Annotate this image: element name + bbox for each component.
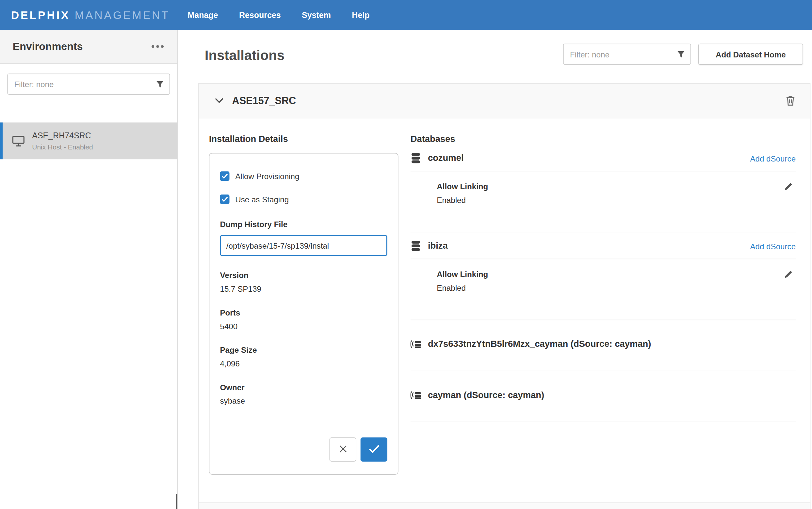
allow-linking-label: Allow Linking	[437, 182, 796, 191]
confirm-button[interactable]	[361, 438, 387, 462]
add-dsource-link[interactable]: Add dSource	[750, 241, 796, 250]
use-as-staging-checkbox[interactable]	[220, 195, 229, 204]
database-icon	[411, 152, 421, 164]
installation-name: ASE157_SRC	[232, 95, 786, 106]
installation-card-header: ASE157_SRC	[199, 83, 810, 118]
allow-provisioning-row[interactable]: Allow Provisioning	[220, 171, 387, 181]
page-title: Installations	[205, 47, 284, 64]
database-properties: Allow Linking Enabled	[411, 259, 796, 320]
version-label: Version	[220, 271, 387, 280]
ports-value: 5400	[220, 322, 387, 331]
database-row: ibiza Add dSource	[411, 232, 796, 259]
form-action-buttons	[220, 438, 387, 462]
brand-primary: DELPHIX	[11, 9, 70, 22]
database-properties: Allow Linking Enabled	[411, 171, 796, 232]
sidebar-scrollbar[interactable]	[176, 494, 177, 509]
edit-pencil-icon[interactable]	[784, 270, 793, 279]
allow-linking-label: Allow Linking	[437, 270, 796, 279]
brand-secondary: MANAGEMENT	[75, 9, 170, 22]
environment-filter-input[interactable]	[7, 74, 170, 95]
page-size-value: 4,096	[220, 359, 387, 368]
top-navbar: DELPHIX MANAGEMENT Manage Resources Syst…	[0, 0, 812, 30]
nav-menu: Manage Resources System Help	[187, 10, 369, 20]
chevron-down-icon[interactable]	[215, 98, 223, 104]
vdb-icon	[411, 340, 422, 348]
database-group: cozumel Add dSource Allow Linking Enable…	[411, 144, 796, 232]
environment-filter	[7, 74, 170, 95]
add-dsource-link[interactable]: Add dSource	[750, 154, 796, 163]
environment-item[interactable]: ASE_RH74SRC Unix Host - Enabled	[0, 122, 177, 159]
vdb-row: dx7s633tnzYtnB5lr6Mzx_cayman (dSource: c…	[411, 320, 796, 371]
page-size-label: Page Size	[220, 345, 387, 354]
owner-label: Owner	[220, 383, 387, 392]
vdb-row: cayman (dSource: cayman)	[411, 371, 796, 422]
environments-header: Environments	[0, 30, 177, 64]
installation-details-form: Allow Provisioning Use as Staging Dump H…	[209, 153, 399, 475]
environment-item-text: ASE_RH74SRC Unix Host - Enabled	[32, 131, 93, 151]
ellipsis-menu-icon[interactable]	[151, 42, 165, 51]
installation-details-column: Installation Details Allow Provisioning	[209, 118, 399, 475]
dump-history-file-label: Dump History File	[220, 219, 387, 228]
cancel-button[interactable]	[330, 438, 356, 462]
main-content: Installations Add Dataset Home ASE157_SR…	[178, 30, 812, 509]
add-dataset-home-button[interactable]: Add Dataset Home	[698, 44, 803, 65]
allow-linking-value: Enabled	[437, 283, 796, 292]
nav-item-manage[interactable]: Manage	[187, 10, 218, 20]
ports-label: Ports	[220, 308, 387, 317]
check-icon	[368, 444, 379, 454]
use-as-staging-row[interactable]: Use as Staging	[220, 195, 387, 204]
databases-column: Databases cozumel Add dSource Allow Link…	[411, 118, 796, 475]
next-installation-card	[198, 503, 810, 509]
allow-provisioning-label: Allow Provisioning	[235, 172, 299, 180]
nav-item-resources[interactable]: Resources	[239, 10, 281, 20]
delphix-logo: DELPHIX MANAGEMENT	[11, 9, 170, 22]
databases-title: Databases	[411, 134, 796, 144]
database-icon	[411, 240, 421, 251]
allow-provisioning-checkbox[interactable]	[220, 171, 229, 181]
database-group: ibiza Add dSource Allow Linking Enabled	[411, 232, 796, 320]
environments-sidebar: Environments ASE_RH74SRC Unix Host - Ena…	[0, 30, 178, 509]
database-row: cozumel Add dSource	[411, 144, 796, 171]
installation-card: ASE157_SRC Installation Details Allow Pr…	[198, 83, 810, 503]
environments-title: Environments	[13, 40, 83, 53]
host-icon	[12, 135, 25, 146]
installations-filter-input[interactable]	[563, 44, 691, 65]
trash-icon[interactable]	[786, 95, 795, 106]
nav-item-system[interactable]: System	[302, 10, 331, 20]
edit-pencil-icon[interactable]	[784, 182, 793, 191]
environment-name: ASE_RH74SRC	[32, 131, 93, 140]
nav-item-help[interactable]: Help	[352, 10, 369, 20]
owner-value: sybase	[220, 397, 387, 405]
allow-linking-value: Enabled	[437, 196, 796, 204]
vdb-name: cayman (dSource: cayman)	[428, 390, 544, 401]
dump-history-file-input[interactable]	[220, 235, 387, 256]
installations-filter	[563, 44, 691, 65]
use-as-staging-label: Use as Staging	[235, 195, 289, 204]
version-value: 15.7 SP139	[220, 284, 387, 293]
vdb-name: dx7s633tnzYtnB5lr6Mzx_cayman (dSource: c…	[428, 339, 651, 349]
x-icon	[338, 443, 348, 455]
database-name: cozumel	[428, 153, 750, 164]
installation-card-body: Installation Details Allow Provisioning	[199, 118, 810, 475]
environment-status: Unix Host - Enabled	[32, 143, 93, 151]
vdb-icon	[411, 391, 422, 400]
database-name: ibiza	[428, 241, 750, 251]
installation-details-title: Installation Details	[209, 134, 399, 144]
